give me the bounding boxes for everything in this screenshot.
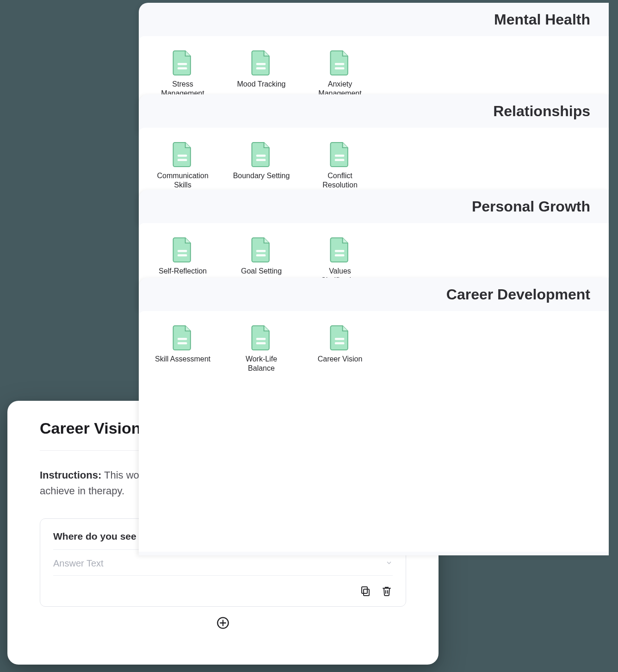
- worksheet-file-icon: [251, 50, 272, 76]
- delete-button[interactable]: [381, 585, 393, 597]
- worksheet-file-icon: [251, 237, 272, 263]
- worksheet-file-icon: [251, 325, 272, 351]
- worksheet-file-icon: [172, 325, 193, 351]
- category-tab[interactable]: Personal Growth: [435, 190, 609, 223]
- file-item[interactable]: Work-Life Balance: [231, 325, 291, 538]
- category-title: Personal Growth: [472, 198, 590, 215]
- category-title: Career Development: [446, 286, 590, 303]
- file-item[interactable]: Boundary Setting: [231, 142, 291, 190]
- file-label: Goal Setting: [241, 267, 282, 276]
- copy-icon: [360, 585, 371, 597]
- add-question-button[interactable]: [216, 616, 230, 630]
- svg-rect-2: [364, 589, 369, 596]
- file-label: Work-Life Balance: [231, 355, 291, 373]
- svg-rect-3: [362, 587, 367, 593]
- category-tab[interactable]: Career Development: [409, 278, 609, 311]
- file-item[interactable]: Anxiety Management: [310, 50, 370, 98]
- plus-circle-icon: [216, 616, 229, 629]
- file-label: Mood Tracking: [237, 80, 286, 89]
- file-item[interactable]: Conflict Resolution: [310, 142, 370, 190]
- category-tab[interactable]: Relationships: [456, 94, 609, 128]
- worksheet-file-icon: [329, 325, 351, 351]
- file-row: Skill Assessment Work-Life Balance Caree…: [139, 311, 609, 552]
- category-title: Mental Health: [494, 11, 590, 28]
- question-actions: [53, 576, 393, 597]
- worksheet-file-icon: [329, 50, 351, 76]
- file-label: Conflict Resolution: [310, 171, 370, 190]
- worksheet-file-icon: [329, 237, 351, 263]
- instructions-label: Instructions:: [40, 469, 101, 481]
- file-label: Career Vision: [318, 355, 363, 364]
- category-title: Relationships: [493, 103, 590, 120]
- worksheet-file-icon: [172, 237, 193, 263]
- file-item[interactable]: Mood Tracking: [231, 50, 291, 98]
- file-label: Boundary Setting: [233, 171, 290, 180]
- file-label: Communication Skills: [153, 171, 213, 190]
- chevron-down-icon: [385, 559, 393, 568]
- answer-placeholder: Answer Text: [53, 558, 104, 569]
- file-item[interactable]: Stress Management: [153, 50, 213, 98]
- worksheet-file-icon: [172, 50, 193, 76]
- worksheet-file-icon: [329, 142, 351, 168]
- category-tab[interactable]: Mental Health: [457, 3, 609, 36]
- add-question-row: [40, 616, 406, 630]
- file-label: Self-Reflection: [159, 267, 207, 276]
- file-item[interactable]: Career Vision: [310, 325, 370, 538]
- file-item[interactable]: Communication Skills: [153, 142, 213, 190]
- worksheet-file-icon: [172, 142, 193, 168]
- trash-icon: [381, 585, 392, 597]
- file-item[interactable]: Skill Assessment: [153, 325, 213, 538]
- file-label: Skill Assessment: [155, 355, 210, 364]
- category-folder-career-development: Career Development Skill Assessment Work…: [139, 278, 609, 555]
- duplicate-button[interactable]: [359, 585, 371, 597]
- worksheet-file-icon: [251, 142, 272, 168]
